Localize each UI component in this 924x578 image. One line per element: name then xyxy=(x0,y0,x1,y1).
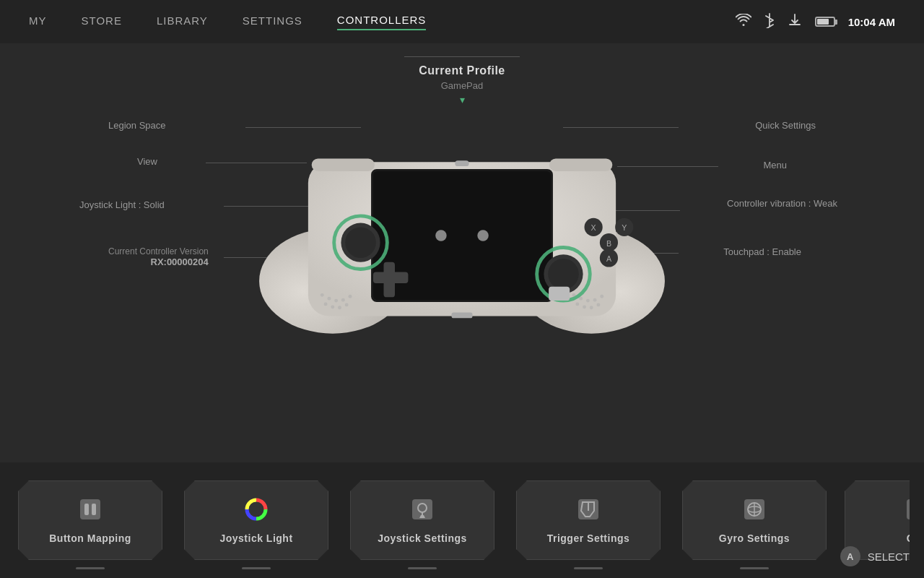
svg-point-10 xyxy=(548,259,579,290)
svg-rect-48 xyxy=(92,504,96,515)
tab-indicator-joystick-settings xyxy=(408,567,437,569)
svg-point-50 xyxy=(253,506,260,513)
chevron-down-icon[interactable]: ▾ xyxy=(404,94,520,105)
main-content: Current Profile GamePad ▾ Legion Space V… xyxy=(0,43,924,448)
svg-point-37 xyxy=(575,303,579,306)
svg-rect-45 xyxy=(451,313,472,319)
wifi-icon xyxy=(736,14,751,30)
svg-point-30 xyxy=(338,306,341,309)
select-a-button: A xyxy=(840,546,860,566)
svg-point-7 xyxy=(345,227,376,258)
quick-settings-label[interactable]: Quick Settings xyxy=(755,120,816,131)
svg-point-40 xyxy=(596,303,600,306)
svg-point-27 xyxy=(349,295,352,298)
menu-label[interactable]: Menu xyxy=(763,160,787,171)
download-icon xyxy=(788,13,802,31)
touchpad-label[interactable]: Touchpad : Enable xyxy=(723,246,801,257)
tab-joystick-light[interactable]: Joystick Light xyxy=(173,477,339,564)
svg-point-29 xyxy=(331,305,334,309)
svg-point-28 xyxy=(324,303,328,306)
profile-line xyxy=(404,56,520,57)
tab-indicator-joystick-light xyxy=(242,567,271,569)
vibration-label[interactable]: Controller vibration : Weak xyxy=(727,198,837,209)
tab-label-con: Con xyxy=(907,532,910,544)
tab-joystick-settings[interactable]: Joystick Settings xyxy=(339,477,505,564)
tab-label-gyro-settings: Gyro Settings xyxy=(719,532,790,544)
tab-bg-joystick-settings: Joystick Settings xyxy=(350,480,494,560)
svg-point-31 xyxy=(345,303,349,306)
svg-rect-41 xyxy=(549,287,570,301)
nav-library[interactable]: LIBRARY xyxy=(157,14,208,30)
top-navigation: MY STORE LIBRARY SETTINGS CONTROLLERS xyxy=(0,0,924,43)
svg-rect-12 xyxy=(384,262,396,297)
svg-point-26 xyxy=(341,298,345,302)
battery-icon xyxy=(815,17,835,27)
svg-point-24 xyxy=(328,297,331,301)
legion-space-label[interactable]: Legion Space xyxy=(108,120,166,131)
svg-rect-21 xyxy=(312,158,375,171)
nav-store[interactable]: STORE xyxy=(82,14,122,30)
svg-text:B: B xyxy=(606,239,611,248)
svg-rect-44 xyxy=(455,160,468,166)
svg-rect-61 xyxy=(907,499,910,519)
pause-icon xyxy=(77,496,103,525)
controller-image: B X Y A xyxy=(238,127,686,344)
svg-point-23 xyxy=(321,293,324,297)
svg-point-42 xyxy=(435,230,447,241)
tab-bg-gyro-settings: Gyro Settings xyxy=(682,480,827,560)
joystick-light-label[interactable]: Joystick Light : Solid xyxy=(79,199,165,210)
select-label: SELECT xyxy=(868,551,910,563)
svg-point-39 xyxy=(590,306,593,309)
tab-label-joystick-light: Joystick Light xyxy=(219,532,292,544)
svg-point-34 xyxy=(586,299,590,303)
svg-rect-47 xyxy=(84,504,89,515)
svg-point-33 xyxy=(579,297,583,301)
tab-bg-button-mapping: Button Mapping xyxy=(18,480,162,560)
tab-bg-trigger-settings: Trigger Settings xyxy=(516,480,661,560)
svg-point-36 xyxy=(600,295,603,298)
bluetooth-icon xyxy=(764,12,775,32)
svg-text:A: A xyxy=(606,254,612,263)
controller-area: Legion Space View Joystick Light : Solid… xyxy=(65,105,859,366)
svg-point-25 xyxy=(334,299,338,303)
gyro-settings-icon xyxy=(741,496,767,525)
joystick-settings-icon xyxy=(409,496,435,525)
con-icon xyxy=(904,496,910,525)
version-label: Current Controller Version RX:00000204 xyxy=(108,246,209,267)
svg-point-32 xyxy=(572,293,576,297)
nav-controllers[interactable]: CONTROLLERS xyxy=(337,14,427,30)
tab-label-joystick-settings: Joystick Settings xyxy=(378,532,467,544)
tab-button-mapping[interactable]: Button Mapping xyxy=(7,477,173,564)
color-wheel-icon xyxy=(243,496,269,525)
svg-point-35 xyxy=(593,298,597,302)
trigger-settings-icon xyxy=(575,496,601,525)
nav-my[interactable]: MY xyxy=(29,14,47,30)
tab-indicator-trigger-settings xyxy=(574,567,603,569)
nav-settings[interactable]: SETTINGS xyxy=(243,14,302,30)
profile-section: Current Profile GamePad ▾ xyxy=(404,56,520,105)
nav-links: MY STORE LIBRARY SETTINGS CONTROLLERS xyxy=(29,14,426,30)
svg-rect-46 xyxy=(80,499,100,519)
svg-text:Y: Y xyxy=(622,223,627,232)
tab-label-button-mapping: Button Mapping xyxy=(49,532,131,544)
svg-text:X: X xyxy=(591,223,596,232)
status-bar: 10:04 AM xyxy=(736,12,895,32)
view-label[interactable]: View xyxy=(137,156,157,167)
bottom-tabs: Button Mapping Joystick Light xyxy=(0,462,924,578)
select-hint: A SELECT xyxy=(840,546,910,566)
clock: 10:04 AM xyxy=(848,16,895,28)
tab-bg-joystick-light: Joystick Light xyxy=(184,480,328,560)
svg-rect-22 xyxy=(549,158,612,171)
tab-indicator-gyro-settings xyxy=(740,567,769,569)
tab-trigger-settings[interactable]: Trigger Settings xyxy=(505,477,671,564)
tab-label-trigger-settings: Trigger Settings xyxy=(547,532,630,544)
current-profile-label: Current Profile xyxy=(404,64,520,77)
profile-name[interactable]: GamePad xyxy=(404,80,520,91)
svg-point-43 xyxy=(477,230,489,241)
svg-point-38 xyxy=(583,305,586,309)
tab-indicator-button-mapping xyxy=(76,567,105,569)
tab-gyro-settings[interactable]: Gyro Settings xyxy=(671,477,837,564)
